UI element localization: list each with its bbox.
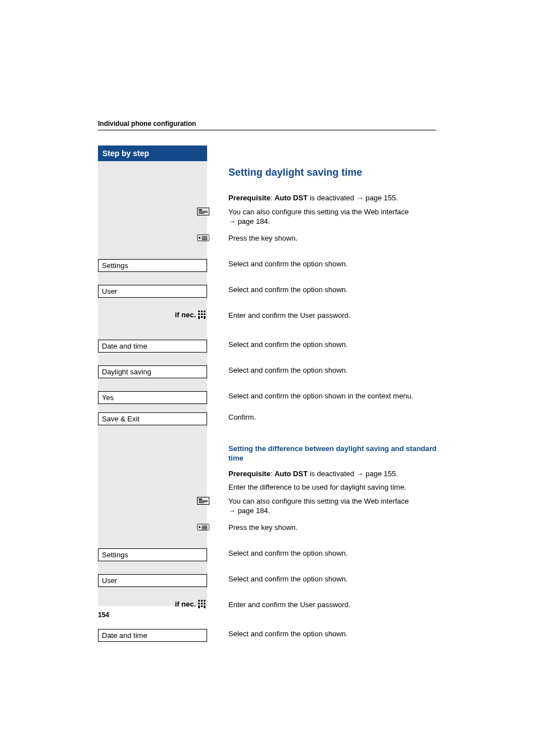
svg-rect-20 — [199, 499, 202, 500]
svg-rect-27 — [202, 527, 207, 528]
svg-rect-10 — [198, 311, 200, 312]
daylight-text: Select and confirm the option shown. — [228, 365, 438, 375]
user-box-2: User — [98, 574, 207, 587]
prerequisite-line-2: Prerequisite: Auto DST is deactivated → … — [228, 469, 438, 479]
prereq2-label: Prerequisite — [228, 469, 270, 478]
web2-ref: page 184. — [238, 506, 270, 515]
svg-rect-8 — [202, 238, 207, 238]
menu-key-icon — [197, 233, 209, 242]
web-config-icon — [197, 207, 209, 216]
svg-rect-3 — [199, 212, 208, 213]
step-web-config: You can also configure this setting via … — [228, 207, 438, 227]
sidebar-header: Step by step — [98, 145, 207, 161]
step-yes: Yes Select and confirm the option shown … — [228, 391, 438, 403]
page-number: 154 — [98, 611, 109, 619]
svg-rect-33 — [201, 603, 203, 604]
svg-rect-13 — [198, 313, 200, 315]
daylight-box: Daylight saving — [98, 365, 207, 378]
user-text: Select and confirm the option shown. — [228, 285, 438, 295]
page-header: Individual phone configuration — [98, 120, 436, 128]
main-content: Setting daylight saving time Prerequisit… — [228, 167, 438, 655]
date-time-box: Date and time — [98, 340, 207, 353]
page-header-rule — [98, 130, 436, 130]
web-ref: page 184. — [238, 217, 270, 226]
svg-rect-7 — [202, 236, 207, 237]
enter-difference-text: Enter the difference to be used for dayl… — [228, 482, 438, 492]
press-key-text: Press the key shown. — [228, 233, 438, 243]
step-settings: Settings Select and confirm the option s… — [228, 259, 438, 271]
svg-rect-12 — [204, 311, 205, 312]
prereq-ref: page 155. — [366, 194, 398, 202]
menu-key-icon — [197, 523, 209, 532]
prereq2-ref: page 155. — [366, 469, 398, 478]
date-time-text: Select and confirm the option shown. — [228, 340, 438, 350]
svg-rect-34 — [204, 603, 205, 604]
svg-rect-16 — [198, 316, 200, 319]
web2-line1: You can also configure this setting via … — [228, 497, 409, 505]
svg-rect-32 — [198, 603, 200, 604]
save-exit-text: Confirm. — [228, 412, 438, 422]
section-heading-dst: Setting daylight saving time — [228, 167, 438, 179]
svg-rect-9 — [202, 239, 207, 240]
step-press-key: Press the key shown. — [228, 233, 438, 246]
step-settings-2: Settings Select and confirm the option s… — [228, 548, 438, 561]
prereq-bold: Auto DST — [274, 194, 307, 202]
web-config-text: You can also configure this setting via … — [228, 207, 438, 227]
web-config-text-2: You can also configure this setting via … — [228, 496, 438, 516]
svg-rect-23 — [199, 503, 204, 503]
svg-rect-31 — [204, 600, 205, 602]
prerequisite-line: Prerequisite: Auto DST is deactivated → … — [228, 193, 438, 203]
step-save-exit: Save & Exit Confirm. — [228, 412, 438, 425]
svg-rect-18 — [204, 316, 205, 319]
press-key-text-2: Press the key shown. — [228, 523, 438, 533]
yes-box: Yes — [98, 391, 207, 404]
arrow-icon: → — [356, 469, 366, 478]
settings-box: Settings — [98, 259, 207, 272]
prereq-label: Prerequisite — [228, 194, 270, 202]
svg-rect-4 — [199, 213, 204, 214]
step-user: User Select and confirm the option shown… — [228, 285, 438, 297]
ifnec-instruction: Enter and confirm the User password. — [228, 311, 438, 321]
svg-rect-11 — [201, 311, 203, 312]
svg-rect-36 — [201, 605, 203, 607]
svg-rect-22 — [199, 501, 208, 502]
settings-text: Select and confirm the option shown. — [228, 259, 438, 269]
section2-heading-text: Setting the difference between daylight … — [228, 444, 437, 463]
svg-rect-2 — [199, 211, 208, 212]
step-web-config-2: You can also configure this setting via … — [228, 496, 438, 516]
user-box: User — [98, 285, 207, 298]
step-ifnec: if nec. Enter and confirm the User passw… — [228, 311, 438, 323]
date-time-box-2: Date and time — [98, 629, 207, 642]
step-daylight: Daylight saving Select and confirm the o… — [228, 365, 438, 378]
page-number-text: 154 — [98, 611, 109, 619]
sidebar-body — [98, 161, 207, 606]
step-press-key-2: Press the key shown. — [228, 523, 438, 535]
prereq2-rest: is deactivated — [308, 469, 357, 478]
prereq-rest: is deactivated — [308, 194, 357, 202]
keypad-icon — [198, 600, 206, 609]
web-line1: You can also configure this setting via … — [228, 208, 409, 216]
page-header-title: Individual phone configuration — [98, 120, 196, 128]
sidebar-title: Step by step — [102, 149, 149, 158]
svg-rect-26 — [202, 525, 207, 526]
section-heading-difference: Setting the difference between daylight … — [228, 444, 438, 463]
date-time-text-2: Select and confirm the option shown. — [228, 629, 438, 639]
svg-rect-1 — [199, 209, 202, 210]
ifnec-instruction-2: Enter and confirm the User password. — [228, 600, 438, 610]
step-ifnec-2: if nec. Enter and confirm the User passw… — [228, 600, 438, 612]
settings-box-2: Settings — [98, 548, 207, 561]
save-exit-box: Save & Exit — [98, 412, 207, 425]
svg-rect-30 — [201, 600, 203, 602]
yes-text: Select and confirm the option shown in t… — [228, 391, 438, 401]
ifnec-text-2: if nec. — [175, 600, 196, 608]
section-heading-text: Setting daylight saving time — [228, 167, 362, 178]
if-nec-label: if nec. — [98, 311, 207, 320]
settings-text-2: Select and confirm the option shown. — [228, 548, 438, 558]
keypad-icon — [198, 311, 206, 320]
svg-marker-6 — [199, 236, 200, 239]
svg-rect-35 — [198, 605, 200, 608]
step-date-time-2: Date and time Select and confirm the opt… — [228, 629, 438, 641]
step-user-2: User Select and confirm the option shown… — [228, 574, 438, 586]
svg-rect-37 — [204, 605, 205, 608]
svg-marker-25 — [199, 525, 200, 528]
